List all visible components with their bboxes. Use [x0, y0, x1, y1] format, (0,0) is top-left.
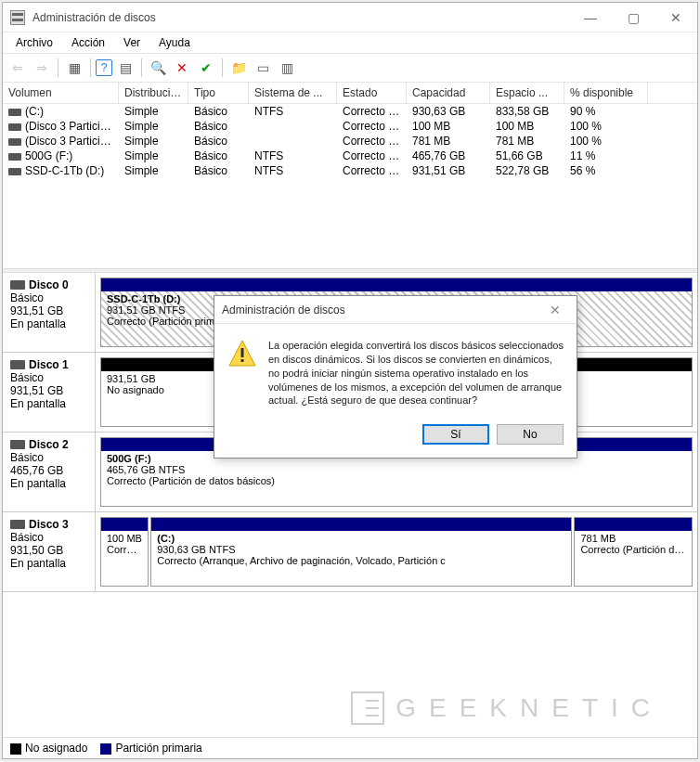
help-button[interactable]: ? — [96, 59, 112, 76]
dialog-yes-button[interactable]: Sí — [422, 424, 489, 445]
app-icon — [10, 10, 25, 25]
volume-row[interactable]: (C:)SimpleBásicoNTFSCorrecto (...930,63 … — [3, 104, 697, 119]
disk-size: 465,76 GB — [10, 464, 87, 477]
disk-name: Disco 3 — [29, 518, 69, 531]
volume-row[interactable]: (Disco 3 Partición 4)SimpleBásicoCorrect… — [3, 134, 697, 149]
volume-icon — [8, 109, 21, 116]
partition-status: Correcto (Arranque, Archivo de paginació… — [157, 555, 565, 566]
volume-row[interactable]: SSD-C-1Tb (D:)SimpleBásicoNTFSCorrecto (… — [3, 163, 697, 178]
partition-stripe — [101, 518, 148, 531]
separator — [222, 58, 223, 77]
col-volumen[interactable]: Volumen — [3, 83, 119, 103]
cell-fs: NTFS — [249, 163, 337, 178]
cell-estado: Correcto (... — [337, 134, 407, 149]
volume-row[interactable]: 500G (F:)SimpleBásicoNTFSCorrecto (...46… — [3, 149, 697, 163]
cell-fs: NTFS — [249, 149, 337, 163]
cell-pct: 100 % — [564, 119, 648, 134]
partition[interactable]: 781 MBCorrecto (Partición de recupe — [574, 517, 693, 587]
format-button[interactable]: ▭ — [252, 57, 274, 79]
layout-button[interactable]: ▥ — [276, 57, 298, 79]
menubar: Archivo Acción Ver Ayuda — [3, 32, 697, 53]
cell-cap: 781 MB — [407, 134, 490, 149]
disk-info[interactable]: Disco 0Básico931,51 GBEn pantalla — [3, 273, 96, 352]
separator — [90, 58, 91, 77]
partition[interactable]: (C:)930,63 GB NTFSCorrecto (Arranque, Ar… — [150, 517, 572, 587]
disk-status: En pantalla — [10, 477, 87, 490]
partition-status: Correcto (Partición de recupe — [580, 544, 686, 555]
cell-estado: Correcto (... — [337, 104, 407, 119]
disk-info[interactable]: Disco 2Básico465,76 GBEn pantalla — [3, 433, 96, 511]
minimize-button[interactable]: — — [569, 3, 612, 32]
partition-size: 781 MB — [580, 533, 686, 544]
close-button[interactable]: ✕ — [655, 3, 697, 32]
cell-dist: Simple — [119, 119, 188, 134]
partition-stripe — [151, 518, 571, 531]
cell-estado: Correcto (... — [337, 119, 407, 134]
legend: No asignado Partición primaria — [3, 738, 697, 758]
dialog-close-button[interactable]: ✕ — [541, 303, 569, 317]
menu-accion[interactable]: Acción — [62, 34, 114, 51]
separator — [141, 58, 142, 77]
col-capacidad[interactable]: Capacidad — [407, 83, 490, 103]
disk-info[interactable]: Disco 1Básico931,51 GBEn pantalla — [3, 353, 96, 432]
volume-name: 500G (F:) — [25, 149, 72, 162]
cell-estado: Correcto (... — [337, 149, 407, 163]
col-distribucion[interactable]: Distribución — [119, 83, 188, 103]
col-pct[interactable]: % disponible — [564, 83, 648, 103]
partition-stripe — [101, 278, 692, 291]
dialog-no-button[interactable]: No — [497, 424, 564, 445]
volume-row[interactable]: (Disco 3 Partición 1)SimpleBásicoCorrect… — [3, 119, 697, 134]
maximize-button[interactable]: ▢ — [612, 3, 655, 32]
legend-swatch-primary — [100, 743, 111, 755]
refresh-button[interactable]: 🔍 — [147, 57, 169, 79]
volume-name: SSD-C-1Tb (D:) — [25, 164, 104, 177]
partition-size: 100 MB — [107, 533, 142, 544]
cell-tipo: Básico — [188, 134, 249, 149]
window-title: Administración de discos — [32, 11, 569, 24]
view-grid-button[interactable]: ▦ — [63, 57, 85, 79]
forward-button[interactable]: ⇒ — [31, 57, 53, 79]
disk-icon — [10, 280, 25, 290]
cell-fs — [249, 134, 337, 149]
svg-rect-2 — [241, 359, 244, 362]
cell-libre: 522,78 GB — [490, 163, 564, 178]
cell-tipo: Básico — [188, 149, 249, 163]
cell-estado: Correcto (... — [337, 163, 407, 178]
delete-button[interactable]: ✕ — [171, 57, 193, 79]
legend-unalloc: No asignado — [25, 742, 87, 755]
properties-button[interactable]: ▤ — [114, 57, 136, 79]
disk-type: Básico — [10, 371, 87, 384]
back-button[interactable]: ⇐ — [6, 57, 29, 79]
cell-cap: 465,76 GB — [407, 149, 490, 163]
menu-archivo[interactable]: Archivo — [6, 34, 62, 51]
disk-status: En pantalla — [10, 557, 87, 570]
partition[interactable]: 100 MBCorrecto ( — [100, 517, 149, 587]
disk-icon — [10, 440, 25, 449]
svg-rect-1 — [241, 348, 244, 357]
disk-info[interactable]: Disco 3Básico931,50 GBEn pantalla — [3, 512, 96, 591]
volume-icon — [8, 138, 21, 146]
menu-ver[interactable]: Ver — [114, 34, 149, 51]
column-headers: Volumen Distribución Tipo Sistema de ...… — [3, 83, 697, 104]
volume-icon — [8, 123, 21, 131]
dialog-title: Administración de discos — [222, 304, 541, 316]
disk-type: Básico — [10, 451, 87, 464]
volume-name: (Disco 3 Partición 1) — [25, 120, 119, 133]
col-sistema[interactable]: Sistema de ... — [249, 83, 337, 103]
new-volume-button[interactable]: 📁 — [227, 57, 250, 79]
col-espacio[interactable]: Espacio ... — [490, 83, 564, 103]
separator — [58, 58, 58, 77]
check-button[interactable]: ✔ — [195, 57, 217, 79]
disk-size: 931,50 GB — [10, 544, 87, 557]
disk-icon — [10, 360, 25, 369]
cell-dist: Simple — [119, 134, 188, 149]
cell-pct: 11 % — [564, 149, 648, 163]
disk-icon — [10, 520, 25, 529]
col-tipo[interactable]: Tipo — [188, 83, 249, 103]
volume-icon — [8, 168, 21, 175]
col-estado[interactable]: Estado — [337, 83, 407, 103]
cell-dist: Simple — [119, 163, 188, 178]
cell-cap: 931,51 GB — [407, 163, 490, 178]
menu-ayuda[interactable]: Ayuda — [149, 34, 200, 51]
cell-fs — [249, 119, 337, 134]
